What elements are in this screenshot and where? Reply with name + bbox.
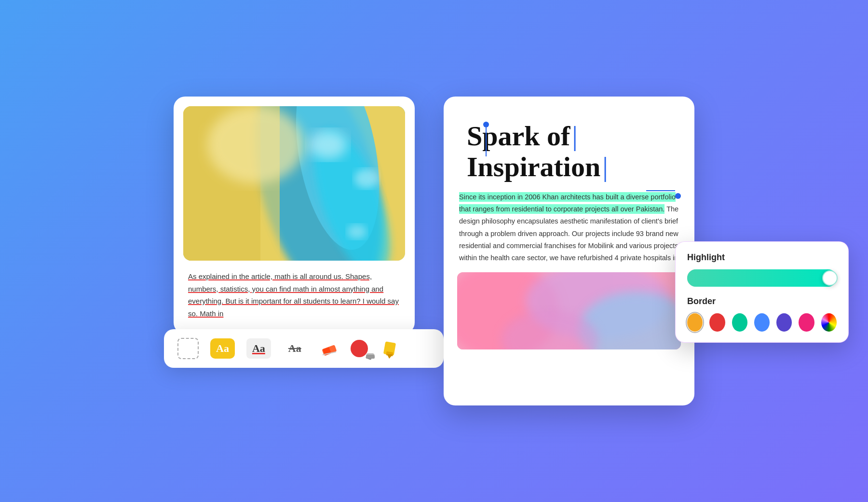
svg-point-4 <box>309 130 347 159</box>
text-underline-button[interactable]: Aa <box>246 338 271 359</box>
title-text: Spark of| Inspiration| <box>467 121 681 182</box>
highlighted-text: Since its inception in 2006 Khan archite… <box>459 192 676 214</box>
text-style-yellow-icon: Aa <box>210 338 235 359</box>
slider-thumb[interactable] <box>822 270 838 286</box>
cursor-dot-top <box>483 122 489 127</box>
right-card-body: Since its inception in 2006 Khan archite… <box>459 191 681 265</box>
highlight-slider[interactable] <box>687 269 837 287</box>
cursor-line-right <box>646 190 675 191</box>
record-icon <box>351 340 368 357</box>
select-icon <box>177 338 199 359</box>
color-purple[interactable] <box>776 313 792 332</box>
color-rainbow[interactable] <box>821 313 837 332</box>
eraser-button[interactable] <box>319 338 339 359</box>
left-card-text: As explained in the article, math is all… <box>183 261 405 324</box>
color-blue[interactable] <box>754 313 770 332</box>
slider-fill <box>687 269 829 287</box>
svg-marker-14 <box>366 353 375 355</box>
svg-point-9 <box>207 106 304 183</box>
title-line2: Inspiration <box>467 151 600 182</box>
eraser-icon <box>319 338 339 359</box>
highlight-popup: Highlight Border <box>675 241 849 343</box>
body-text-line1: As explained in the article, math is all… <box>188 272 399 318</box>
toolbar: Aa Aa Aa <box>164 329 444 368</box>
right-card: Spark of| Inspiration| Since its incepti… <box>444 97 694 405</box>
left-card-image <box>183 106 405 261</box>
title-line1: Spark of <box>467 120 570 152</box>
right-card-image <box>457 272 681 349</box>
svg-point-5 <box>354 169 379 188</box>
svg-point-6 <box>347 224 366 239</box>
color-red[interactable] <box>709 313 725 332</box>
record-base-icon <box>366 353 375 360</box>
text-underline-icon: Aa <box>246 338 271 359</box>
color-orange[interactable] <box>687 313 703 332</box>
main-container: As explained in the article, math is all… <box>174 97 694 405</box>
text-strikethrough-button[interactable]: Aa <box>283 338 307 359</box>
record-button[interactable] <box>351 340 368 357</box>
text-strikethrough-icon: Aa <box>283 338 307 359</box>
select-tool-button[interactable] <box>177 338 199 359</box>
color-picker <box>687 313 837 332</box>
popup-title: Highlight <box>687 252 837 263</box>
cursor-line-top <box>486 127 487 156</box>
title-bracket: | <box>572 120 578 152</box>
left-card: As explained in the article, math is all… <box>174 97 415 334</box>
highlighter-icon <box>380 338 400 359</box>
border-label: Border <box>687 296 837 307</box>
title-bracket2: | <box>602 151 608 182</box>
color-teal[interactable] <box>732 313 747 332</box>
cursor-dot-right <box>675 193 681 199</box>
title-block: Spark of| Inspiration| <box>467 121 681 182</box>
color-pink[interactable] <box>799 313 814 332</box>
svg-rect-13 <box>366 355 375 359</box>
text-style-yellow-button[interactable]: Aa <box>210 338 235 359</box>
highlighter-button[interactable] <box>380 338 400 359</box>
